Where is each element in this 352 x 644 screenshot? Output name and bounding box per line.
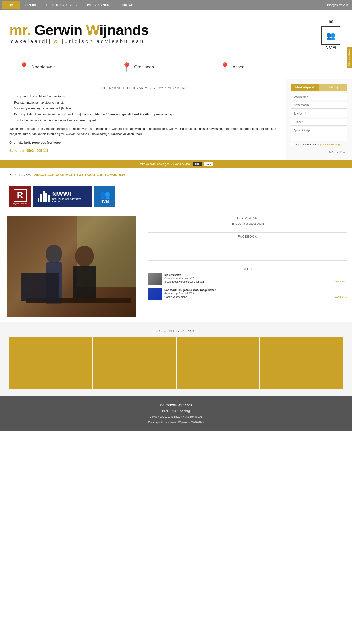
logo-rest: ijnands (99, 22, 149, 38)
tab-bel-mij[interactable]: Bel mij (319, 84, 347, 91)
pin-icon: 📍 (220, 62, 230, 72)
cookie-ok-button[interactable]: OK! (193, 162, 202, 166)
aanbod-item[interactable] (177, 337, 259, 389)
list-item: Jong, energiek en bloedfanatiek team; (14, 94, 279, 99)
nav-item-aanbod[interactable]: AANBOD (20, 1, 42, 9)
bel-direct: Bel direct: 0592 - 205 111 (9, 149, 279, 152)
location-assen: 📍 Assen (220, 62, 244, 72)
blog-item: Biedlogboek Geplaatst op: 23 januari 202… (148, 273, 347, 285)
logo-text: mr. Gerwin Wijnands makelaardij & juridi… (9, 23, 319, 44)
privacy-label: Ik ga akkoord met de privacyverklaring (295, 143, 339, 146)
recaptcha: reCAPTCHA ☑ (291, 148, 347, 155)
office-photo (7, 216, 136, 317)
location-assen-label: Assen (233, 65, 244, 70)
aanbod-item[interactable] (260, 337, 343, 389)
register-taxateur-logo: R Register-Taxateur (9, 186, 31, 207)
main-content: KERNKWALITEITEN VAN MR. GERWIN WIJNANDS … (0, 79, 352, 160)
logo-main: mr. Gerwin Wijnands (9, 23, 319, 37)
cookie-banner: Deze website maakt gebruik van cookies. … (0, 160, 352, 168)
nvm-text: NVM (319, 45, 343, 50)
nvm-small-logo: 👥 NVM (94, 186, 115, 207)
footer-btw: BTW: NL001217486B13 | KVK: 58456201 (6, 414, 346, 420)
logo-name: Gerwin (31, 22, 86, 38)
list-item: Voor uw (recreatie)woning en bedrijfsobj… (14, 106, 279, 111)
privacy-checkbox-row: Ik ga akkoord met de privacyverklaring (291, 143, 347, 146)
side-column: INSTAGRAM Er is een fout opgetreden! FAC… (143, 216, 352, 317)
login-link[interactable]: inloggen move.nl (327, 4, 348, 7)
location-groningen: 📍 Groningen (121, 62, 154, 72)
list-item: Register makelaar, taxateur en jurist; (14, 100, 279, 105)
location-groningen-label: Groningen (134, 65, 154, 70)
nwwi-bars-icon (38, 191, 50, 202)
privacy-checkbox[interactable] (291, 143, 294, 146)
kwaliteiten-list: Jong, energiek en bloedfanatiek team; Re… (14, 94, 279, 123)
blog-more-1[interactable]: Lees meer... (334, 280, 347, 283)
voornaam-input[interactable] (291, 93, 347, 100)
nav-item-contact[interactable]: CONTACT (116, 1, 139, 9)
aanbod-grid (9, 337, 343, 389)
cookie-text: Deze website maakt gebruik van cookies. (139, 162, 191, 166)
nav-item-home[interactable]: HOME (2, 1, 20, 9)
photo-column (7, 216, 143, 317)
instagram-error: Er is een fout opgetreden! (148, 222, 347, 225)
form-tabs: Maak afspraak Bel mij (291, 84, 347, 91)
footer-copyright: Copyright © mr. Gerwin Wijnands 2020-202… (6, 420, 346, 425)
favorites-tab-label: Mijn favorieten (348, 49, 351, 66)
tab-maak-afspraak[interactable]: Maak afspraak (291, 84, 319, 91)
register-label: Register-Taxateur (13, 202, 27, 204)
svg-point-4 (75, 246, 94, 267)
location-noordenveld-label: Noordenveld (32, 65, 56, 70)
blog-content: Een warm en gezond 2023 toegewenst! Gepl… (164, 288, 347, 298)
crown-icon: ♛ (319, 17, 343, 25)
blog-thumb-biedlog (148, 273, 162, 285)
nwwi-logo: NWWI Nederlands Woning Waarde Instituut (33, 186, 92, 207)
locations-section: 📍 Noordenveld 📍 Groningen 📍 Assen (0, 58, 352, 79)
nav-item-omgeving[interactable]: OMGEVING NORG (81, 1, 116, 9)
footer-address: Brink 1, 9331 AA Norg (6, 408, 346, 414)
kern-text-1: Wij helpen u graag bij de verkoop, aanko… (9, 126, 279, 136)
left-column: KERNKWALITEITEN VAN MR. GERWIN WIJNANDS … (0, 79, 286, 160)
photo-svg (7, 216, 136, 317)
facebook-section: FACEBOOK (148, 232, 347, 260)
achternaam-input[interactable] (291, 102, 347, 109)
blog-more-2[interactable]: Lees meer... (334, 296, 347, 298)
cookie-info-button[interactable]: Info (204, 162, 213, 166)
telefoon-input[interactable] (291, 110, 347, 117)
taxatie-cta: KLIK HIER OM: DIRECT EEN OPDRACHT TOT TA… (0, 168, 352, 181)
privacy-link[interactable]: privacyverklaring (320, 143, 340, 146)
aanbod-item[interactable] (93, 337, 175, 389)
blog-date-1: Geplaatst op: 23 januari 2023 (164, 277, 347, 280)
register-r-icon: R (14, 189, 27, 202)
facebook-title: FACEBOOK (150, 235, 345, 238)
blog-title-2: Een warm en gezond 2023 toegewenst! (164, 288, 347, 292)
blog-date-2: Geplaatst op: 2 januari 2023 (164, 292, 347, 295)
kern-text-2: Ons motto luidt: zorgeloos (ver)kopen! (9, 140, 279, 145)
blog-excerpt-1: Biedlogboek verplicht per 1 januari... (164, 280, 206, 283)
top-navigation: HOME AANBOD DIENSTEN & ADVIES OMGEVING N… (0, 0, 352, 10)
nvm-people-small-icon: 👥 (100, 190, 110, 200)
nav-item-diensten[interactable]: DIENSTEN & ADVIES (42, 1, 81, 9)
aanbod-item[interactable] (9, 337, 92, 389)
blog-title-1: Biedlogboek (164, 273, 347, 276)
nvm-logo: ♛ 👥 NVM (319, 17, 343, 50)
nav-items: HOME AANBOD DIENSTEN & ADVIES OMGEVING N… (2, 1, 139, 9)
favorites-tab[interactable]: Mijn favorieten (347, 47, 352, 68)
email-input[interactable] (291, 118, 347, 126)
taxatie-link[interactable]: DIRECT EEN OPDRACHT TOT TAXATIE IN TE VO… (33, 173, 125, 177)
aanbod-title: RECENT AANBOD (9, 329, 343, 333)
logo-subtitle: makelaardij & juridisch adviesbureau (9, 38, 319, 44)
photo-blog-section: INSTAGRAM Er is een fout opgetreden! FAC… (0, 212, 352, 322)
blog-thumb-warm (148, 288, 162, 300)
nwwi-text: NWWI Nederlands Woning Waarde Instituut (52, 190, 87, 203)
instagram-section: INSTAGRAM Er is een fout opgetreden! (148, 216, 347, 225)
svg-rect-7 (21, 273, 59, 301)
opmerkingen-input[interactable] (291, 127, 347, 141)
site-header: mr. Gerwin Wijnands makelaardij & juridi… (0, 10, 352, 57)
svg-rect-5 (73, 266, 96, 303)
logo-w: W (86, 22, 99, 38)
nvm-emblem: 👥 (321, 26, 340, 45)
logo-mr: mr. (9, 22, 31, 38)
footer-company: mr. Gerwin Wijnands (6, 402, 346, 408)
svg-point-2 (46, 244, 62, 263)
pin-icon: 📍 (121, 62, 132, 72)
